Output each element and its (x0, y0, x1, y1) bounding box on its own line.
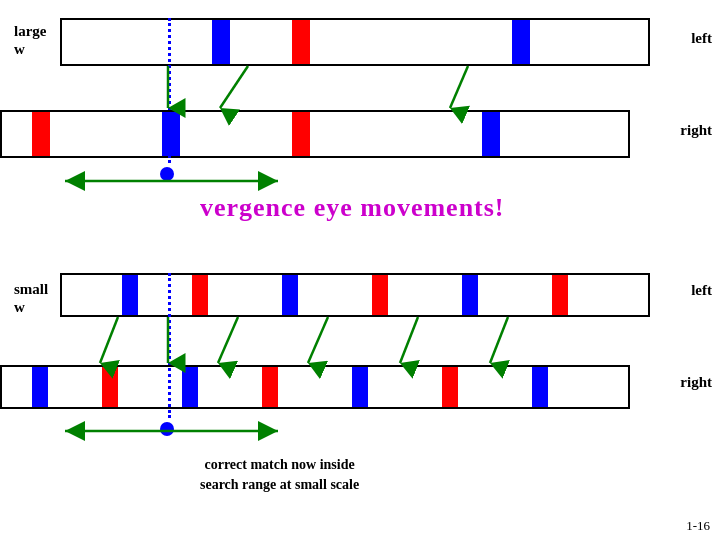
dotted-line-large (168, 18, 171, 163)
bottom-line1: correct match now inside (204, 457, 354, 472)
dotted-line-small (168, 273, 171, 418)
arrows-overlay (0, 0, 720, 540)
label-left-top: left (691, 30, 712, 47)
label-left-sm: left (691, 282, 712, 299)
seg-blue-1-bot (162, 112, 180, 156)
bar-bottom-large (0, 110, 630, 158)
bottom-text: correct match now inside search range at… (200, 455, 359, 494)
seg-sm-b2 (282, 275, 298, 315)
svg-line-9 (218, 317, 238, 363)
label-right-sm: right (680, 374, 712, 391)
seg-red-1-top (292, 20, 310, 64)
main-scene: largew left right vergence eye movements… (0, 0, 720, 540)
svg-line-10 (308, 317, 328, 363)
seg-sm-b3 (462, 275, 478, 315)
seg-smb-b3 (352, 367, 368, 407)
bar-top-small (60, 273, 650, 317)
seg-blue-2-bot (482, 112, 500, 156)
page-number: 1-16 (686, 518, 710, 534)
seg-smb-b1 (32, 367, 48, 407)
blue-dot-large (160, 167, 174, 181)
seg-smb-r1 (102, 367, 118, 407)
seg-red-1-bot (32, 112, 50, 156)
seg-smb-r2 (262, 367, 278, 407)
label-right-top: right (680, 122, 712, 139)
seg-smb-b4 (532, 367, 548, 407)
seg-blue-1-top (212, 20, 230, 64)
label-large-w: largew (14, 22, 46, 58)
seg-sm-b1 (122, 275, 138, 315)
bottom-line2: search range at small scale (200, 477, 359, 492)
bar-bottom-small (0, 365, 630, 409)
blue-dot-small (160, 422, 174, 436)
vergence-text: vergence eye movements! (200, 193, 505, 223)
seg-smb-r3 (442, 367, 458, 407)
svg-line-11 (400, 317, 418, 363)
svg-line-5 (450, 66, 468, 108)
seg-smb-b2 (182, 367, 198, 407)
seg-sm-r1 (192, 275, 208, 315)
seg-sm-r2 (372, 275, 388, 315)
svg-line-4 (220, 66, 248, 108)
bar-top-large (60, 18, 650, 66)
seg-red-2-bot (292, 112, 310, 156)
seg-blue-2-top (512, 20, 530, 64)
svg-line-7 (100, 317, 118, 363)
label-small-w: smallw (14, 280, 48, 316)
svg-line-12 (490, 317, 508, 363)
seg-sm-r3 (552, 275, 568, 315)
